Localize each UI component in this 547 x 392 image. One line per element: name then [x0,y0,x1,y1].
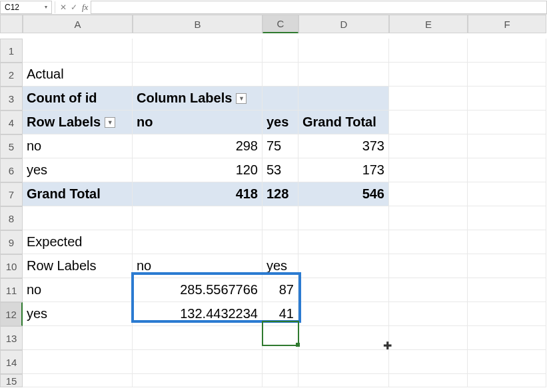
cell-E12[interactable] [389,302,468,326]
row-header-14[interactable]: 14 [0,350,23,374]
cell-E10[interactable] [389,254,468,278]
cell-A12[interactable]: yes [23,302,133,326]
name-box[interactable]: C12 ▾ [0,1,52,14]
row-header-9[interactable]: 9 [0,230,23,254]
cell-F7[interactable] [468,182,546,206]
cell-B14[interactable] [133,350,263,374]
cell-E1[interactable] [389,39,468,63]
fx-icon[interactable]: fx [82,2,88,13]
cell-E2[interactable] [389,63,468,87]
cell-C2[interactable] [263,63,298,87]
cell-B6[interactable]: 120 [133,158,263,182]
row-header-7[interactable]: 7 [0,182,23,206]
cell-D11[interactable] [298,278,389,302]
cell-B8[interactable] [133,206,263,230]
cell-C9[interactable] [263,230,298,254]
cell-E13[interactable] [389,326,468,350]
row-header-10[interactable]: 10 [0,254,23,278]
row-header-2[interactable]: 2 [0,63,23,87]
cell-C15[interactable] [263,374,298,387]
cell-C5[interactable]: 75 [263,134,298,158]
cell-C13[interactable] [263,326,298,350]
cell-F6[interactable] [468,158,546,182]
cell-A14[interactable] [23,350,133,374]
column-labels-filter-icon[interactable]: ▼ [236,93,247,104]
cell-A5[interactable]: no [23,134,133,158]
cell-A7[interactable]: Grand Total [23,182,133,206]
col-header-F[interactable]: F [468,15,546,33]
cell-C11[interactable]: 87 [263,278,298,302]
cell-C12[interactable]: 41 [263,302,298,326]
cell-B4[interactable]: no [133,110,263,134]
row-header-8[interactable]: 8 [0,206,23,230]
col-header-C[interactable]: C [263,15,298,33]
cell-A1[interactable] [23,39,133,63]
cell-E14[interactable] [389,350,468,374]
cell-F5[interactable] [468,134,546,158]
cell-E3[interactable] [389,87,468,110]
cell-F1[interactable] [468,39,546,63]
cell-C3[interactable] [263,87,298,110]
col-header-E[interactable]: E [389,15,468,33]
cell-F11[interactable] [468,278,546,302]
cell-F9[interactable] [468,230,546,254]
formula-bar[interactable] [91,1,547,14]
cell-D9[interactable] [298,230,389,254]
cell-F3[interactable] [468,87,546,110]
cell-E5[interactable] [389,134,468,158]
row-header-3[interactable]: 3 [0,87,23,110]
cell-F12[interactable] [468,302,546,326]
cell-E8[interactable] [389,206,468,230]
name-box-dropdown-icon[interactable]: ▾ [45,4,47,10]
cell-B2[interactable] [133,63,263,87]
col-header-B[interactable]: B [133,15,263,33]
cell-E11[interactable] [389,278,468,302]
cell-D3[interactable] [298,87,389,110]
cell-B11[interactable]: 285.5567766 [133,278,263,302]
row-header-15[interactable]: 15 [0,374,23,387]
cell-D8[interactable] [298,206,389,230]
cell-B7[interactable]: 418 [133,182,263,206]
cell-E7[interactable] [389,182,468,206]
cell-A10[interactable]: Row Labels [23,254,133,278]
cell-D5[interactable]: 373 [298,134,389,158]
row-header-4[interactable]: 4 [0,110,23,134]
cell-F13[interactable] [468,326,546,350]
cell-B3[interactable]: Column Labels ▼ [133,87,263,110]
cell-F15[interactable] [468,374,546,387]
cell-D7[interactable]: 546 [298,182,389,206]
cell-D13[interactable] [298,326,389,350]
cancel-icon[interactable]: ✕ [58,3,69,12]
cell-B9[interactable] [133,230,263,254]
cell-A8[interactable] [23,206,133,230]
cell-B13[interactable] [133,326,263,350]
cell-D12[interactable] [298,302,389,326]
row-header-5[interactable]: 5 [0,134,23,158]
cell-F2[interactable] [468,63,546,87]
cell-C1[interactable] [263,39,298,63]
col-header-D[interactable]: D [298,15,389,33]
cell-D10[interactable] [298,254,389,278]
cell-D1[interactable] [298,39,389,63]
cell-A6[interactable]: yes [23,158,133,182]
cell-D15[interactable] [298,374,389,387]
cell-E15[interactable] [389,374,468,387]
select-all-corner[interactable] [0,15,23,33]
accept-icon[interactable]: ✓ [69,3,79,12]
row-header-1[interactable]: 1 [0,39,23,63]
cell-A2[interactable]: Actual [23,63,133,87]
row-header-11[interactable]: 11 [0,278,23,302]
cell-B10[interactable]: no [133,254,263,278]
cell-A15[interactable] [23,374,133,387]
cell-E6[interactable] [389,158,468,182]
cell-C4[interactable]: yes [263,110,298,134]
cell-A3[interactable]: Count of id [23,87,133,110]
row-header-12[interactable]: 12 [0,302,23,326]
cell-C6[interactable]: 53 [263,158,298,182]
col-header-A[interactable]: A [23,15,133,33]
cell-D14[interactable] [298,350,389,374]
cell-F14[interactable] [468,350,546,374]
spreadsheet-grid[interactable]: A B C D E F 1 2 Actual 3 Count of id Col… [0,15,547,392]
cell-C7[interactable]: 128 [263,182,298,206]
row-header-6[interactable]: 6 [0,158,23,182]
